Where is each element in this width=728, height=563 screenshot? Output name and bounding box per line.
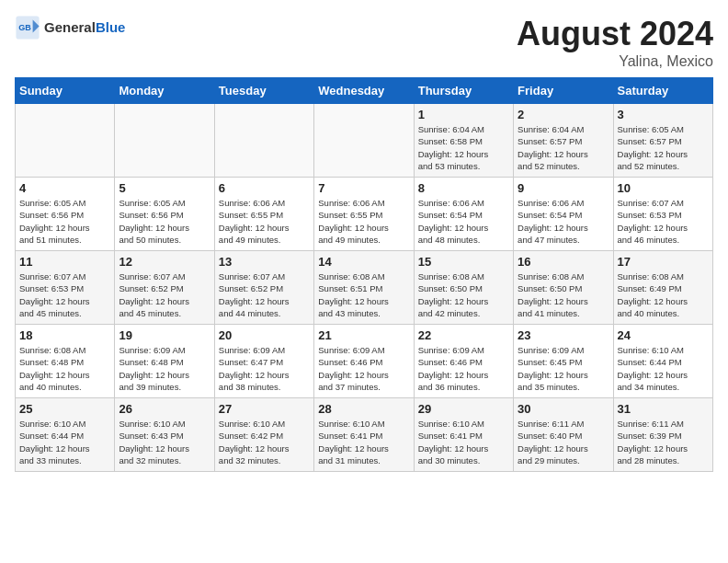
calendar-cell: 1Sunrise: 6:04 AM Sunset: 6:58 PM Daylig… — [414, 104, 513, 178]
weekday-header-saturday: Saturday — [613, 78, 712, 104]
day-number: 11 — [19, 255, 110, 269]
calendar-cell: 26Sunrise: 6:10 AM Sunset: 6:43 PM Dayli… — [115, 398, 214, 472]
calendar-cell — [314, 104, 414, 178]
day-number: 17 — [618, 255, 709, 269]
svg-text:GB: GB — [18, 23, 31, 32]
calendar-cell: 30Sunrise: 6:11 AM Sunset: 6:40 PM Dayli… — [514, 398, 613, 472]
day-info: Sunrise: 6:05 AM Sunset: 6:57 PM Dayligh… — [618, 123, 709, 172]
day-number: 13 — [219, 255, 310, 269]
calendar-cell — [214, 104, 313, 178]
calendar-week-row: 18Sunrise: 6:08 AM Sunset: 6:48 PM Dayli… — [16, 325, 713, 398]
day-number: 6 — [219, 181, 310, 195]
day-number: 9 — [518, 181, 609, 195]
day-number: 15 — [418, 255, 509, 269]
day-number: 25 — [19, 402, 110, 416]
weekday-header-wednesday: Wednesday — [314, 78, 414, 104]
weekday-header-row: SundayMondayTuesdayWednesdayThursdayFrid… — [16, 78, 713, 104]
calendar-cell: 20Sunrise: 6:09 AM Sunset: 6:47 PM Dayli… — [214, 325, 313, 398]
calendar-cell: 12Sunrise: 6:07 AM Sunset: 6:52 PM Dayli… — [115, 251, 214, 325]
day-info: Sunrise: 6:08 AM Sunset: 6:50 PM Dayligh… — [518, 270, 609, 319]
calendar-cell: 23Sunrise: 6:09 AM Sunset: 6:45 PM Dayli… — [514, 325, 613, 398]
day-info: Sunrise: 6:05 AM Sunset: 6:56 PM Dayligh… — [19, 197, 110, 246]
weekday-header-friday: Friday — [514, 78, 613, 104]
day-number: 10 — [618, 181, 709, 195]
calendar-cell: 22Sunrise: 6:09 AM Sunset: 6:46 PM Dayli… — [414, 325, 513, 398]
day-number: 24 — [618, 328, 709, 342]
day-info: Sunrise: 6:06 AM Sunset: 6:55 PM Dayligh… — [318, 197, 409, 246]
calendar-cell: 11Sunrise: 6:07 AM Sunset: 6:53 PM Dayli… — [16, 251, 115, 325]
calendar-week-row: 4Sunrise: 6:05 AM Sunset: 6:56 PM Daylig… — [16, 178, 713, 251]
weekday-header-monday: Monday — [115, 78, 214, 104]
calendar-week-row: 11Sunrise: 6:07 AM Sunset: 6:53 PM Dayli… — [16, 251, 713, 325]
calendar-cell: 2Sunrise: 6:04 AM Sunset: 6:57 PM Daylig… — [514, 104, 613, 178]
calendar-cell: 31Sunrise: 6:11 AM Sunset: 6:39 PM Dayli… — [613, 398, 712, 472]
calendar-cell: 24Sunrise: 6:10 AM Sunset: 6:44 PM Dayli… — [613, 325, 712, 398]
logo-blue: Blue — [96, 19, 126, 35]
day-number: 16 — [518, 255, 609, 269]
day-number: 23 — [518, 328, 609, 342]
day-info: Sunrise: 6:10 AM Sunset: 6:43 PM Dayligh… — [119, 418, 210, 466]
title-block: August 2024 Yalina, Mexico — [517, 15, 713, 70]
day-info: Sunrise: 6:07 AM Sunset: 6:53 PM Dayligh… — [19, 270, 110, 319]
day-number: 18 — [19, 328, 110, 342]
day-info: Sunrise: 6:09 AM Sunset: 6:47 PM Dayligh… — [219, 344, 310, 393]
calendar-cell: 14Sunrise: 6:08 AM Sunset: 6:51 PM Dayli… — [314, 251, 414, 325]
calendar-cell: 9Sunrise: 6:06 AM Sunset: 6:54 PM Daylig… — [514, 178, 613, 251]
day-info: Sunrise: 6:10 AM Sunset: 6:41 PM Dayligh… — [418, 418, 509, 466]
day-number: 3 — [618, 108, 709, 121]
day-info: Sunrise: 6:09 AM Sunset: 6:46 PM Dayligh… — [318, 344, 409, 393]
calendar-cell — [16, 104, 115, 178]
day-info: Sunrise: 6:06 AM Sunset: 6:55 PM Dayligh… — [219, 197, 310, 246]
weekday-header-tuesday: Tuesday — [214, 78, 313, 104]
day-info: Sunrise: 6:04 AM Sunset: 6:57 PM Dayligh… — [518, 123, 609, 172]
day-info: Sunrise: 6:09 AM Sunset: 6:48 PM Dayligh… — [119, 344, 210, 393]
weekday-header-sunday: Sunday — [16, 78, 115, 104]
day-info: Sunrise: 6:08 AM Sunset: 6:49 PM Dayligh… — [618, 270, 709, 319]
day-info: Sunrise: 6:04 AM Sunset: 6:58 PM Dayligh… — [418, 123, 509, 172]
day-number: 14 — [318, 255, 409, 269]
day-number: 5 — [119, 181, 210, 195]
day-number: 22 — [418, 328, 509, 342]
calendar-cell: 17Sunrise: 6:08 AM Sunset: 6:49 PM Dayli… — [613, 251, 712, 325]
calendar-cell: 28Sunrise: 6:10 AM Sunset: 6:41 PM Dayli… — [314, 398, 414, 472]
calendar-cell: 6Sunrise: 6:06 AM Sunset: 6:55 PM Daylig… — [214, 178, 313, 251]
calendar-table: SundayMondayTuesdayWednesdayThursdayFrid… — [15, 77, 713, 472]
calendar-cell: 13Sunrise: 6:07 AM Sunset: 6:52 PM Dayli… — [214, 251, 313, 325]
weekday-header-thursday: Thursday — [414, 78, 513, 104]
calendar-cell: 8Sunrise: 6:06 AM Sunset: 6:54 PM Daylig… — [414, 178, 513, 251]
day-info: Sunrise: 6:10 AM Sunset: 6:42 PM Dayligh… — [219, 418, 310, 466]
day-number: 8 — [418, 181, 509, 195]
calendar-cell: 3Sunrise: 6:05 AM Sunset: 6:57 PM Daylig… — [613, 104, 712, 178]
day-number: 21 — [318, 328, 409, 342]
day-info: Sunrise: 6:08 AM Sunset: 6:51 PM Dayligh… — [318, 270, 409, 319]
day-number: 20 — [219, 328, 310, 342]
day-info: Sunrise: 6:10 AM Sunset: 6:41 PM Dayligh… — [318, 418, 409, 466]
day-info: Sunrise: 6:10 AM Sunset: 6:44 PM Dayligh… — [618, 344, 709, 393]
day-info: Sunrise: 6:07 AM Sunset: 6:52 PM Dayligh… — [219, 270, 310, 319]
day-info: Sunrise: 6:10 AM Sunset: 6:44 PM Dayligh… — [19, 418, 110, 466]
calendar-cell: 19Sunrise: 6:09 AM Sunset: 6:48 PM Dayli… — [115, 325, 214, 398]
calendar-cell: 16Sunrise: 6:08 AM Sunset: 6:50 PM Dayli… — [514, 251, 613, 325]
day-number: 27 — [219, 402, 310, 416]
day-number: 28 — [318, 402, 409, 416]
day-number: 30 — [518, 402, 609, 416]
day-info: Sunrise: 6:08 AM Sunset: 6:48 PM Dayligh… — [19, 344, 110, 393]
day-number: 29 — [418, 402, 509, 416]
day-info: Sunrise: 6:11 AM Sunset: 6:39 PM Dayligh… — [618, 418, 709, 466]
calendar-cell: 4Sunrise: 6:05 AM Sunset: 6:56 PM Daylig… — [16, 178, 115, 251]
logo: GB GeneralBlue — [15, 15, 125, 40]
calendar-cell: 18Sunrise: 6:08 AM Sunset: 6:48 PM Dayli… — [16, 325, 115, 398]
calendar-cell: 10Sunrise: 6:07 AM Sunset: 6:53 PM Dayli… — [613, 178, 712, 251]
location: Yalina, Mexico — [517, 53, 713, 70]
logo-general: General — [44, 19, 96, 35]
day-number: 7 — [318, 181, 409, 195]
logo-icon: GB — [15, 15, 40, 40]
day-info: Sunrise: 6:06 AM Sunset: 6:54 PM Dayligh… — [518, 197, 609, 246]
calendar-cell: 27Sunrise: 6:10 AM Sunset: 6:42 PM Dayli… — [214, 398, 313, 472]
day-number: 26 — [119, 402, 210, 416]
day-info: Sunrise: 6:06 AM Sunset: 6:54 PM Dayligh… — [418, 197, 509, 246]
day-info: Sunrise: 6:08 AM Sunset: 6:50 PM Dayligh… — [418, 270, 509, 319]
calendar-week-row: 1Sunrise: 6:04 AM Sunset: 6:58 PM Daylig… — [16, 104, 713, 178]
day-info: Sunrise: 6:09 AM Sunset: 6:46 PM Dayligh… — [418, 344, 509, 393]
day-info: Sunrise: 6:09 AM Sunset: 6:45 PM Dayligh… — [518, 344, 609, 393]
